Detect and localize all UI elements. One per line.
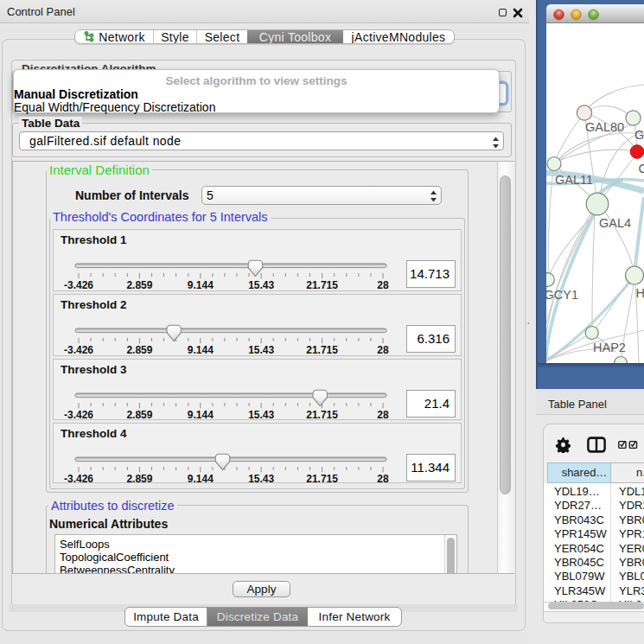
- svg-text:15.43: 15.43: [248, 473, 274, 485]
- svg-text:GAL4: GAL4: [599, 216, 631, 230]
- svg-text:21.715: 21.715: [306, 409, 338, 421]
- svg-text:2.859: 2.859: [126, 409, 152, 421]
- svg-text:C: C: [639, 162, 644, 175]
- svg-text:28: 28: [377, 473, 389, 485]
- svg-text:9.144: 9.144: [188, 279, 214, 291]
- svg-text:9.144: 9.144: [188, 409, 214, 421]
- svg-text:H: H: [636, 286, 644, 300]
- svg-text:-3.426: -3.426: [64, 409, 93, 421]
- svg-text:HAP2: HAP2: [593, 341, 626, 354]
- svg-text:15.43: 15.43: [248, 409, 274, 421]
- svg-text:28: 28: [377, 409, 389, 421]
- svg-text:-3.426: -3.426: [64, 279, 93, 291]
- svg-text:2.859: 2.859: [126, 344, 152, 356]
- svg-text:21.715: 21.715: [306, 279, 338, 291]
- svg-text:2.859: 2.859: [126, 279, 152, 291]
- svg-text:21.715: 21.715: [306, 473, 338, 485]
- svg-text:Threshold 1: Threshold 1: [61, 233, 127, 246]
- svg-text:-3.426: -3.426: [64, 473, 93, 485]
- svg-text:GA: GA: [634, 128, 644, 142]
- svg-text:28: 28: [377, 344, 389, 356]
- svg-text:GAL11: GAL11: [555, 173, 593, 187]
- svg-text:-3.426: -3.426: [64, 344, 93, 356]
- svg-text:GAL80: GAL80: [585, 120, 624, 134]
- svg-text:9.144: 9.144: [188, 473, 214, 485]
- svg-text:Threshold 3: Threshold 3: [61, 363, 127, 376]
- svg-text:9.144: 9.144: [188, 344, 214, 356]
- svg-text:15.43: 15.43: [248, 279, 274, 291]
- svg-text:15.43: 15.43: [248, 344, 274, 356]
- svg-text:GCY1: GCY1: [546, 288, 578, 302]
- svg-text:Threshold 2: Threshold 2: [61, 298, 127, 311]
- svg-text:28: 28: [377, 279, 389, 291]
- svg-text:Threshold 4: Threshold 4: [61, 427, 127, 440]
- svg-text:21.715: 21.715: [306, 344, 338, 356]
- svg-text:2.859: 2.859: [126, 473, 152, 485]
